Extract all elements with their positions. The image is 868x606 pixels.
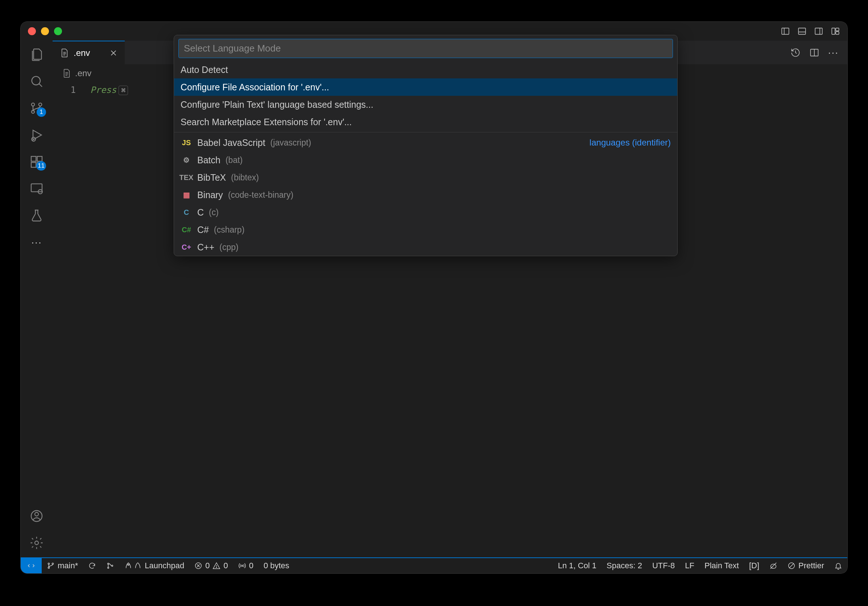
language-name: C <box>197 207 204 218</box>
explorer-activity[interactable] <box>29 47 44 62</box>
debug-icon <box>29 128 44 142</box>
sync-icon <box>88 562 96 570</box>
beaker-icon <box>29 208 44 223</box>
svg-point-38 <box>108 563 109 565</box>
indentation-status[interactable]: Spaces: 2 <box>601 561 647 570</box>
rocket-icon <box>124 562 132 570</box>
language-icon: C <box>181 208 192 217</box>
line-number: 1 <box>53 85 76 95</box>
quickpick-language-item[interactable]: JSBabel JavaScript(javascript)languages … <box>174 134 677 151</box>
svg-rect-16 <box>31 156 36 161</box>
toggle-primary-sidebar-icon[interactable] <box>781 26 790 36</box>
activity-bar: 1 11 ··· <box>21 40 53 557</box>
language-identifier: (bibtex) <box>231 173 259 183</box>
git-graph-status[interactable] <box>101 562 119 570</box>
svg-point-11 <box>31 103 34 106</box>
ports-status[interactable]: 0 <box>233 561 259 570</box>
launchpad-status[interactable]: Launchpad <box>119 561 189 570</box>
source-control-activity[interactable]: 1 <box>29 101 44 115</box>
svg-line-50 <box>789 564 794 568</box>
language-identifier: (csharp) <box>214 225 244 235</box>
minimize-window-button[interactable] <box>41 27 49 35</box>
mode-status[interactable]: [D] <box>744 561 764 570</box>
language-name: C# <box>197 225 209 235</box>
customize-layout-icon[interactable] <box>831 26 840 36</box>
quickpick-action-configure-settings[interactable]: Configure 'Plain Text' language based se… <box>174 96 677 113</box>
accounts-activity[interactable] <box>29 509 44 523</box>
language-mode-status[interactable]: Plain Text <box>699 561 744 570</box>
copilot-status[interactable] <box>764 562 783 570</box>
sync-status[interactable] <box>83 562 101 570</box>
more-activity[interactable]: ··· <box>29 235 44 250</box>
language-name: Babel JavaScript <box>197 138 265 148</box>
svg-rect-0 <box>782 28 789 34</box>
encoding-status[interactable]: UTF-8 <box>647 561 680 570</box>
quickpick-action-auto-detect[interactable]: Auto Detect <box>174 61 677 78</box>
history-icon[interactable] <box>790 48 801 58</box>
quickpick-action-configure-association[interactable]: Configure File Association for '.env'... <box>174 78 677 96</box>
language-icon: TEX <box>181 174 192 182</box>
search-icon <box>29 74 44 89</box>
tab-env[interactable]: .env <box>53 40 125 64</box>
svg-rect-19 <box>37 156 42 161</box>
quickpick-language-item[interactable]: C#C#(csharp) <box>174 221 677 238</box>
bell-icon <box>834 562 842 570</box>
remote-explorer-activity[interactable] <box>29 182 44 196</box>
maximize-window-button[interactable] <box>54 27 62 35</box>
gear-icon <box>29 536 44 550</box>
extensions-activity[interactable]: 11 <box>29 155 44 169</box>
quickpick-action-search-marketplace[interactable]: Search Marketplace Extensions for '.env'… <box>174 113 677 131</box>
rocket-icon <box>134 562 142 570</box>
search-activity[interactable] <box>29 74 44 89</box>
close-window-button[interactable] <box>28 27 36 35</box>
remote-indicator[interactable] <box>21 558 42 573</box>
language-icon: ⚙ <box>181 156 192 165</box>
warning-icon <box>212 562 220 570</box>
svg-rect-20 <box>31 184 42 192</box>
toggle-panel-icon[interactable] <box>797 26 807 36</box>
quickpick-language-item[interactable]: TEXBibTeX(bibtex) <box>174 169 677 186</box>
quickpick-language-item[interactable]: ⚙Batch(bat) <box>174 151 677 169</box>
svg-point-46 <box>217 567 217 567</box>
eol-status[interactable]: LF <box>680 561 699 570</box>
svg-point-40 <box>112 565 113 566</box>
more-actions-icon[interactable]: ··· <box>828 47 839 58</box>
notifications-status[interactable] <box>829 562 847 570</box>
quickpick-language-item[interactable]: C+C++(cpp) <box>174 238 677 256</box>
filesize-status[interactable]: 0 bytes <box>259 561 294 570</box>
language-identifier: (code-text-binary) <box>228 190 293 200</box>
toggle-secondary-sidebar-icon[interactable] <box>814 26 823 36</box>
file-icon <box>60 48 68 58</box>
files-icon <box>29 47 44 62</box>
language-identifier: (cpp) <box>219 242 238 252</box>
svg-point-39 <box>108 567 109 569</box>
quickpick-language-item[interactable]: CC(c) <box>174 204 677 221</box>
language-icon: JS <box>181 138 192 147</box>
language-name: Binary <box>197 190 223 200</box>
prettier-status[interactable]: Prettier <box>783 561 829 570</box>
quickpick-input[interactable] <box>178 39 673 58</box>
svg-point-9 <box>32 76 40 85</box>
svg-line-10 <box>39 84 42 87</box>
language-mode-picker: Auto Detect Configure File Association f… <box>174 35 677 256</box>
svg-point-24 <box>35 541 39 545</box>
cursor-position-status[interactable]: Ln 1, Col 1 <box>553 561 601 570</box>
account-icon <box>29 509 44 523</box>
split-editor-icon[interactable] <box>809 48 819 58</box>
git-branch-status[interactable]: main* <box>42 561 83 570</box>
remote-icon <box>27 562 35 570</box>
gutter: 1 <box>53 82 85 557</box>
run-debug-activity[interactable] <box>29 128 44 142</box>
quickpick-group-label: languages (identifier) <box>589 138 671 148</box>
settings-activity[interactable] <box>29 536 44 550</box>
quickpick-language-item[interactable]: ▦Binary(code-text-binary) <box>174 186 677 204</box>
svg-rect-4 <box>815 28 822 34</box>
testing-activity[interactable] <box>29 208 44 223</box>
svg-rect-17 <box>31 163 36 167</box>
close-icon[interactable] <box>110 49 118 57</box>
svg-point-35 <box>48 563 49 564</box>
svg-point-13 <box>39 103 42 106</box>
problems-status[interactable]: 0 0 <box>189 561 233 570</box>
copilot-disabled-icon <box>769 562 777 570</box>
svg-rect-7 <box>836 28 839 31</box>
